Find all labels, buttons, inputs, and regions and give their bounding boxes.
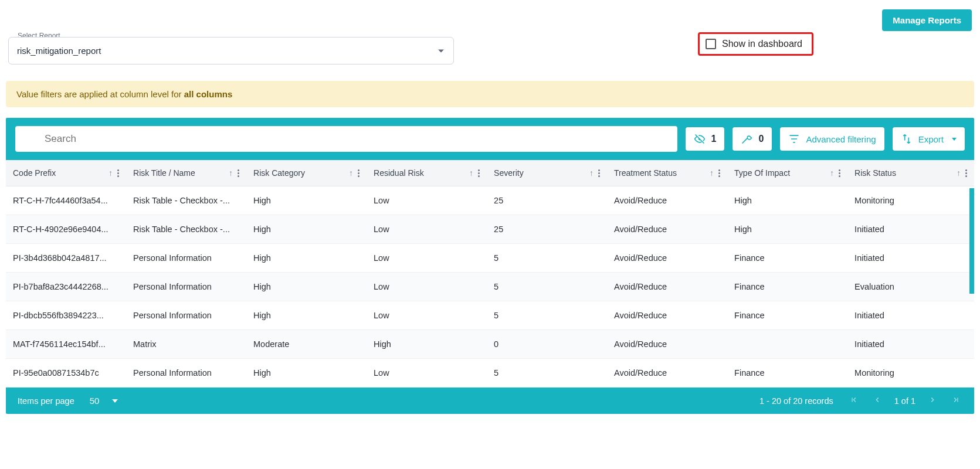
column-header[interactable]: Type Of Impact↑ [727,160,847,186]
column-menu-icon[interactable] [238,169,239,177]
column-menu-icon[interactable] [358,169,360,177]
cell-severity: 5 [487,244,607,273]
cell-treatment: Avoid/Reduce [607,244,727,273]
table-row[interactable]: MAT-f7456114ec154bf...MatrixModerateHigh… [6,330,974,359]
column-menu-icon[interactable] [718,169,720,177]
column-header-label: Treatment Status [614,168,677,178]
select-report-dropdown[interactable]: risk_mitigation_report [8,37,454,64]
pager: 1 of 1 [847,393,962,408]
table-row[interactable]: PI-95e0a00871534b7cPersonal InformationH… [6,359,974,388]
last-page-button[interactable] [950,393,962,408]
column-header-label: Severity [494,168,524,178]
table-row[interactable]: PI-dbcb556fb3894223...Personal Informati… [6,301,974,330]
cell-status: Monitoring [847,359,974,388]
cell-severity: 0 [487,330,607,359]
column-header-label: Risk Status [854,168,896,178]
show-in-dashboard-checkbox[interactable] [706,39,716,49]
records-range: 1 - 20 of 20 records [759,396,833,406]
table-row[interactable]: PI-b7baf8a23c4442268...Personal Informat… [6,273,974,301]
table-toolbar: 1 0 Advanced filtering Export [6,118,974,160]
eye-off-icon [694,133,706,145]
cell-category: High [246,301,367,330]
search-input[interactable] [15,126,677,152]
cell-code: RT-C-H-4902e96e9404... [6,215,126,244]
cell-category: Moderate [246,330,367,359]
sort-asc-icon[interactable]: ↑ [349,168,353,178]
cell-code: RT-C-H-7fc44460f3a54... [6,186,126,215]
table-row[interactable]: PI-3b4d368b042a4817...Personal Informati… [6,244,974,273]
column-menu-icon[interactable] [478,169,480,177]
cell-residual: Low [367,244,487,273]
cell-category: High [246,215,367,244]
cell-impact [727,330,847,359]
cell-title: Personal Information [126,301,246,330]
cell-status: Monitoring [847,186,974,215]
sort-asc-icon[interactable]: ↑ [108,168,113,178]
first-page-button[interactable] [847,393,860,408]
table-row[interactable]: RT-C-H-4902e96e9404...Risk Table - Check… [6,215,974,244]
filter-banner-text: Value filters are applied at column leve… [16,89,184,99]
cell-residual: Low [367,301,487,330]
cell-status: Initiated [847,301,974,330]
cell-residual: High [367,330,487,359]
cell-impact: High [727,186,847,215]
column-menu-icon[interactable] [965,169,967,177]
cell-code: PI-95e0a00871534b7c [6,359,126,388]
cell-impact: High [727,215,847,244]
manage-reports-button[interactable]: Manage Reports [882,9,972,31]
column-header[interactable]: Residual Risk↑ [367,160,487,186]
items-per-page-select[interactable]: 50 [90,396,118,406]
cell-title: Risk Table - Checkbox -... [126,186,246,215]
column-header[interactable]: Risk Title / Name↑ [126,160,246,186]
sort-asc-icon[interactable]: ↑ [830,168,834,178]
page-info: 1 of 1 [894,396,915,406]
scrollbar-thumb[interactable] [969,188,974,294]
advanced-filtering-button[interactable]: Advanced filtering [780,127,884,151]
cell-treatment: Avoid/Reduce [607,273,727,301]
sort-asc-icon[interactable]: ↑ [229,168,233,178]
column-header-label: Residual Risk [374,168,424,178]
advanced-filtering-label: Advanced filtering [806,134,876,144]
column-header[interactable]: Severity↑ [487,160,607,186]
tools-count: 0 [758,134,764,144]
column-header[interactable]: Risk Category↑ [246,160,367,186]
cell-status: Initiated [847,215,974,244]
column-header[interactable]: Code Prefix↑ [6,160,126,186]
cell-severity: 5 [487,301,607,330]
sort-asc-icon[interactable]: ↑ [957,168,961,178]
report-table: Code Prefix↑Risk Title / Name↑Risk Categ… [6,160,974,186]
cell-severity: 25 [487,215,607,244]
cell-title: Personal Information [126,273,246,301]
next-page-button[interactable] [926,393,939,408]
cell-treatment: Avoid/Reduce [607,301,727,330]
cell-category: High [246,244,367,273]
table-row[interactable]: RT-C-H-7fc44460f3a54...Risk Table - Chec… [6,186,974,215]
filter-banner: Value filters are applied at column leve… [6,81,974,107]
cell-title: Personal Information [126,359,246,388]
prev-page-button[interactable] [871,393,884,408]
column-menu-icon[interactable] [117,169,119,177]
column-header[interactable]: Risk Status↑ [847,160,974,186]
cell-impact: Finance [727,359,847,388]
cell-title: Risk Table - Checkbox -... [126,215,246,244]
column-header[interactable]: Treatment Status↑ [607,160,727,186]
hidden-columns-button[interactable]: 1 [686,127,725,151]
cell-impact: Finance [727,244,847,273]
tools-button[interactable]: 0 [733,127,772,151]
chevron-down-icon [952,138,957,141]
filter-icon [788,133,800,145]
wrench-icon [741,133,752,145]
column-menu-icon[interactable] [839,169,840,177]
column-menu-icon[interactable] [598,169,600,177]
cell-status: Initiated [847,330,974,359]
cell-title: Personal Information [126,244,246,273]
cell-residual: Low [367,359,487,388]
items-per-page-value: 50 [90,396,100,406]
sort-asc-icon[interactable]: ↑ [710,168,714,178]
sort-asc-icon[interactable]: ↑ [469,168,473,178]
export-button[interactable]: Export [893,127,965,151]
cell-treatment: Avoid/Reduce [607,330,727,359]
cell-status: Initiated [847,244,974,273]
sort-asc-icon[interactable]: ↑ [589,168,594,178]
cell-treatment: Avoid/Reduce [607,186,727,215]
